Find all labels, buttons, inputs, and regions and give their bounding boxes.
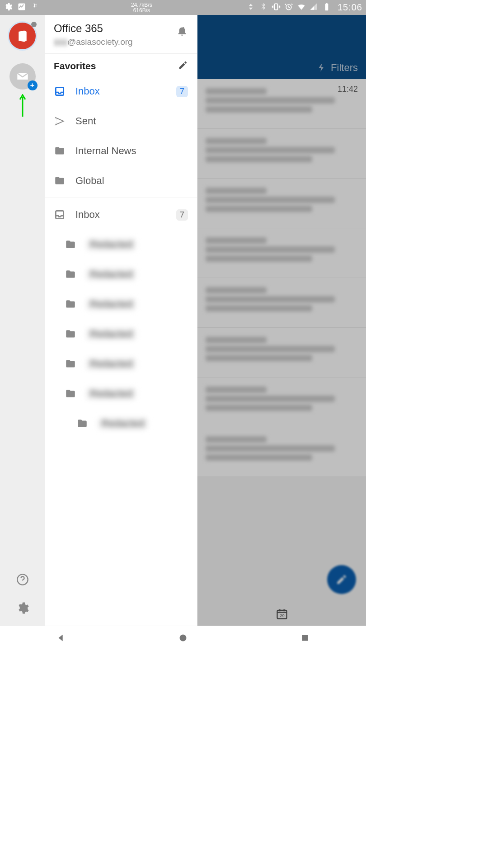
- folder-icon: [54, 175, 66, 187]
- svg-rect-1: [275, 4, 278, 9]
- status-dot: [31, 22, 37, 27]
- subfolder[interactable]: Redacted: [45, 230, 197, 259]
- favorites-header: Favorites: [45, 54, 197, 76]
- folder-icon: [65, 298, 76, 310]
- active-account-avatar[interactable]: [8, 21, 37, 51]
- folder-label: Global: [75, 175, 188, 187]
- fav-global[interactable]: Global: [45, 166, 197, 196]
- folder-icon: [65, 239, 76, 250]
- chart-icon: [17, 2, 26, 13]
- subfolder[interactable]: Redacted: [45, 319, 197, 349]
- account-header[interactable]: Office 365 ▮▮▮@asiasociety.org z: [45, 15, 197, 54]
- home-icon: [178, 633, 188, 642]
- updown-icon: [246, 2, 255, 13]
- unread-badge: 7: [176, 209, 188, 221]
- network-speed: 24.7kB/s 616B/s: [131, 2, 152, 13]
- folder-drawer: Office 365 ▮▮▮@asiasociety.org z Favorit…: [45, 15, 197, 626]
- fav-inbox[interactable]: Inbox 7: [45, 76, 197, 106]
- inbox-icon: [54, 209, 66, 221]
- folder-label: Internal News: [75, 145, 188, 157]
- folder-label: Redacted: [86, 239, 136, 250]
- all-folders: Inbox 7 Redacted Redacted Redacted Redac…: [45, 200, 197, 439]
- bell-snooze-icon: z: [176, 25, 188, 37]
- svg-rect-12: [302, 635, 308, 641]
- battery-icon: [322, 2, 331, 13]
- vibrate-icon: [272, 2, 281, 13]
- root-inbox[interactable]: Inbox 7: [45, 200, 197, 230]
- mail-icon: [16, 72, 29, 81]
- folder-icon: [65, 388, 76, 400]
- favorites-title: Favorites: [54, 61, 178, 71]
- help-icon: [16, 573, 29, 586]
- folder-label: Sent: [75, 115, 188, 127]
- svg-rect-7: [56, 87, 63, 95]
- folder-label: Redacted: [86, 328, 136, 340]
- svg-rect-3: [325, 4, 328, 10]
- arrow-annotation: [19, 94, 26, 121]
- account-rail: +: [0, 15, 45, 626]
- svg-point-11: [179, 634, 186, 641]
- subfolder[interactable]: Redacted: [45, 259, 197, 289]
- favorites-list: Inbox 7 Sent Internal News Global: [45, 76, 197, 196]
- fav-sent[interactable]: Sent: [45, 106, 197, 136]
- android-statusbar: 24.7kB/s 616B/s 15:06: [0, 0, 366, 15]
- divider: [45, 198, 197, 198]
- office-icon: [16, 29, 29, 43]
- folder-icon: [65, 358, 76, 370]
- clock-time: 15:06: [338, 2, 362, 13]
- add-account[interactable]: +: [9, 63, 36, 90]
- svg-text:z: z: [183, 26, 184, 30]
- signal-icon: [310, 2, 319, 13]
- settings-button[interactable]: [16, 601, 29, 617]
- subfolder[interactable]: Redacted: [45, 349, 197, 379]
- sent-icon: [54, 115, 66, 127]
- account-email: ▮▮▮@asiasociety.org: [54, 37, 176, 47]
- scrim[interactable]: [197, 15, 366, 626]
- inbox-backdrop: Filters 11:42 29: [197, 15, 366, 626]
- home-button[interactable]: [178, 633, 188, 644]
- android-navbar: [0, 626, 366, 651]
- back-icon: [56, 633, 66, 643]
- svg-rect-4: [326, 3, 327, 4]
- folder-label: Redacted: [98, 418, 148, 429]
- inbox-icon: [54, 85, 66, 97]
- bluetooth-icon: [259, 2, 268, 13]
- account-service: Office 365: [54, 22, 176, 35]
- edit-favorites-button[interactable]: [178, 60, 188, 72]
- folder-label: Redacted: [86, 358, 136, 370]
- unread-badge: 7: [176, 86, 188, 97]
- svg-rect-8: [56, 211, 63, 218]
- fav-internal-news[interactable]: Internal News: [45, 136, 197, 166]
- folder-label: Inbox: [75, 209, 176, 221]
- folder-label: Redacted: [86, 388, 136, 400]
- folder-label: Redacted: [86, 269, 136, 280]
- folder-label: Redacted: [86, 298, 136, 310]
- folder-icon: [65, 328, 76, 340]
- folder-icon: [65, 269, 76, 280]
- plus-icon: +: [28, 80, 38, 90]
- subfolder[interactable]: Redacted: [45, 289, 197, 319]
- pencil-icon: [178, 60, 188, 70]
- back-button[interactable]: [56, 633, 66, 645]
- gear-icon: [16, 601, 29, 615]
- alarm-icon: [284, 2, 293, 13]
- folder-icon: [54, 145, 66, 157]
- folder-label: Inbox: [75, 85, 176, 97]
- wifi-icon: [297, 2, 306, 13]
- nested-subfolder[interactable]: Redacted: [45, 409, 197, 439]
- folder-icon: [76, 418, 88, 429]
- recents-icon: [300, 633, 310, 643]
- recents-button[interactable]: [300, 633, 310, 645]
- dnd-button[interactable]: z: [176, 22, 188, 38]
- help-button[interactable]: [16, 573, 29, 588]
- subfolder[interactable]: Redacted: [45, 379, 197, 409]
- gear-icon: [4, 2, 13, 13]
- download-icon: [31, 2, 40, 13]
